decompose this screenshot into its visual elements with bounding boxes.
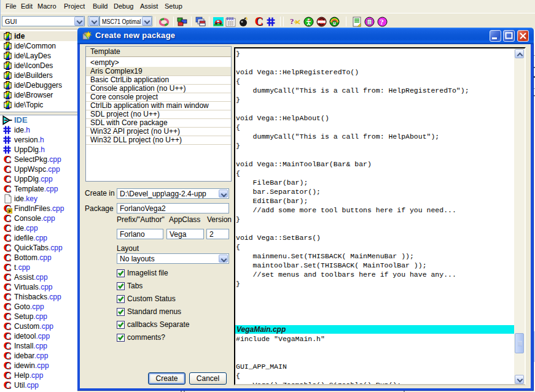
svg-text:F: F — [9, 209, 12, 213]
svg-text:?: ? — [380, 18, 384, 26]
svg-text:?: ? — [290, 17, 294, 26]
